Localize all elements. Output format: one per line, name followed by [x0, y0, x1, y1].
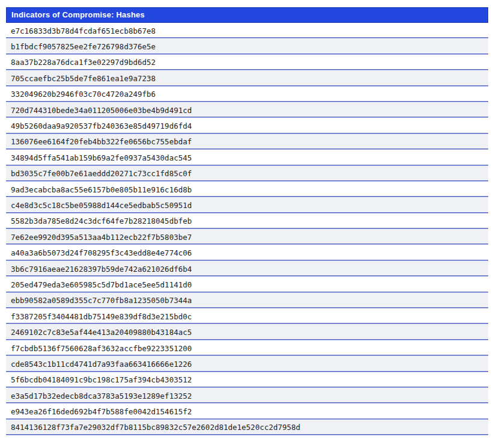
table-row: 8aa37b228a76dca1f3e02297d9bd6d52: [6, 55, 488, 70]
table-row: cde8543c1b11cd4741d7a93faa663416666e1226: [6, 356, 488, 372]
hash-value: 5f6bcdb04184091c9bc198c175af394cb4303512: [11, 375, 192, 384]
hash-value: 34894d5ffa541ab159b69a2fe0937a5430dac545: [11, 153, 192, 162]
table-row: 3b6c7916aeae21628397b59de742a621026df6b4: [6, 261, 488, 277]
table-row: e7c16833d3b78d4fcdaf651ecb8b67e8: [6, 23, 488, 38]
hash-value: bd3035c7fe00b7e61aeddd20271c73cc1fd85c0f: [11, 169, 192, 178]
table-row: bd3035c7fe00b7e61aeddd20271c73cc1fd85c0f: [6, 166, 488, 182]
hash-value: 205ed479eda3e605985c5d7bd1ace5ee5d1141d0: [11, 280, 192, 289]
hash-value: 720d744310bede34a011205006e03be4b9d491cd: [11, 106, 192, 115]
table-row: 5f6bcdb04184091c9bc198c175af394cb4303512: [6, 372, 488, 388]
table-row: a40a3a6b5073d24f708295f3c43edd8e4e774c06: [6, 245, 488, 260]
hash-value: 2469102c7c83e5af44e413a20409880b43184ac5: [11, 328, 192, 337]
hash-value: a40a3a6b5073d24f708295f3c43edd8e4e774c06: [11, 248, 192, 257]
hash-value: 7e62ee9920d395a513aa4b112ecb22f7b5803be7: [11, 233, 192, 242]
hash-value: e943ea26f16ded692b4f7b588fe0042d154615f2: [11, 407, 192, 416]
hash-value: b1fbdcf9057825ee2fe726798d376e5e: [11, 42, 156, 51]
table-row: 136076ee6164f20feb4bb322fe0656bc755ebdaf: [6, 134, 488, 150]
hash-value: cde8543c1b11cd4741d7a93faa663416666e1226: [11, 360, 192, 369]
hash-value: 8aa37b228a76dca1f3e02297d9bd6d52: [11, 58, 156, 67]
hash-rows-container: e7c16833d3b78d4fcdaf651ecb8b67e8 b1fbdcf…: [6, 23, 488, 435]
hash-value: f3387205f3404481db75149e839df8d3e215bd0c: [11, 312, 192, 321]
table-row: f3387205f3404481db75149e839df8d3e215bd0c: [6, 308, 488, 324]
hash-value: e7c16833d3b78d4fcdaf651ecb8b67e8: [11, 26, 156, 35]
hash-value: ebb90582a0589d355c7c770fb8a1235050b7344a: [11, 296, 192, 305]
table-row: 49b5260daa9a920537fb240363e85d49719d6fd4: [6, 118, 488, 133]
hash-value: 8414136128f73fa7e29032df7b8115bc89832c57…: [11, 423, 301, 432]
hash-value: 9ad3ecabcba8ac55e6157b0e805b11e916c16d8b: [11, 185, 192, 194]
table-row: 2469102c7c83e5af44e413a20409880b43184ac5: [6, 324, 488, 340]
table-row: 34894d5ffa541ab159b69a2fe0937a5430dac545: [6, 150, 488, 165]
table-row: ebb90582a0589d355c7c770fb8a1235050b7344a: [6, 293, 488, 308]
hash-value: 705ccaefbc25b5de7fe861ea1e9a7238: [11, 74, 156, 83]
hash-value: 136076ee6164f20feb4bb322fe0656bc755ebdaf: [11, 137, 192, 146]
hash-value: 5582b3da785e8d24c3dcf64fe7b28218045dbfeb: [11, 216, 192, 226]
table-row: e3a5d17b32edecb8dca3783a5193e1289ef13252: [6, 388, 488, 404]
hash-value: f7cbdb5136f7560628af3632accfbe9223351200: [11, 344, 192, 353]
table-row: 705ccaefbc25b5de7fe861ea1e9a7238: [6, 70, 488, 86]
table-row: 205ed479eda3e605985c5d7bd1ace5ee5d1141d0: [6, 277, 488, 292]
table-row: 5582b3da785e8d24c3dcf64fe7b28218045dbfeb: [6, 213, 488, 229]
table-row: 9ad3ecabcba8ac55e6157b0e805b11e916c16d8b: [6, 182, 488, 197]
hash-value: 49b5260daa9a920537fb240363e85d49719d6fd4: [11, 121, 192, 130]
table-row: f7cbdb5136f7560628af3632accfbe9223351200: [6, 340, 488, 356]
hash-value: 332049620b2946f03c70c4720a249fb6: [11, 90, 156, 99]
hash-value: 3b6c7916aeae21628397b59de742a621026df6b4: [11, 265, 192, 274]
table-header: Indicators of Compromise: Hashes: [6, 7, 488, 23]
table-row: e943ea26f16ded692b4f7b588fe0042d154615f2: [6, 404, 488, 419]
table-row: 7e62ee9920d395a513aa4b112ecb22f7b5803be7: [6, 229, 488, 245]
table-row: b1fbdcf9057825ee2fe726798d376e5e: [6, 38, 488, 54]
table-row: 720d744310bede34a011205006e03be4b9d491cd: [6, 102, 488, 118]
hash-value: e3a5d17b32edecb8dca3783a5193e1289ef13252: [11, 391, 192, 400]
hash-value: c4e8d3c5c18c5be05988d144ce5edbab5c50951d: [11, 201, 192, 210]
table-row: 8414136128f73fa7e29032df7b8115bc89832c57…: [6, 420, 488, 435]
table-row: 332049620b2946f03c70c4720a249fb6: [6, 87, 488, 102]
table-row: c4e8d3c5c18c5be05988d144ce5edbab5c50951d: [6, 197, 488, 213]
ioc-hashes-table: Indicators of Compromise: Hashes e7c1683…: [6, 7, 488, 435]
